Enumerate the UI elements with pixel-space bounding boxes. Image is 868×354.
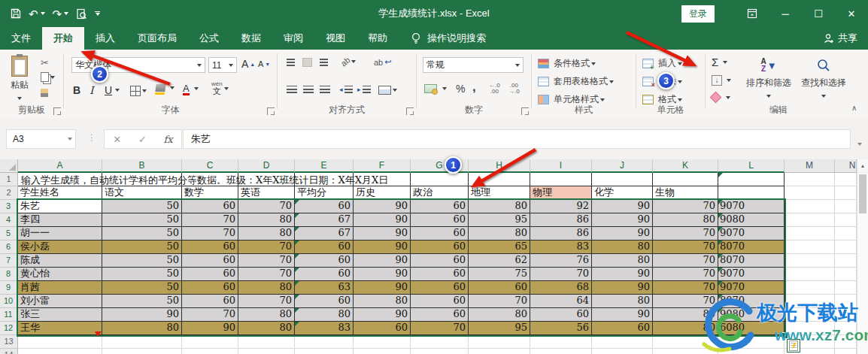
cell-score[interactable]: 60: [182, 281, 238, 295]
cell-score[interactable]: 90: [354, 254, 411, 268]
orientation-icon[interactable]: ab: [341, 57, 356, 66]
cell-score[interactable]: 60: [182, 241, 238, 254]
header-cell[interactable]: [785, 186, 835, 200]
align-left-icon[interactable]: [287, 86, 297, 93]
cell[interactable]: [835, 295, 857, 308]
cell[interactable]: [295, 335, 354, 349]
cell[interactable]: [785, 173, 835, 186]
tab-1[interactable]: 开始: [42, 27, 84, 50]
cell[interactable]: [835, 200, 857, 213]
tab-3[interactable]: 页面布局: [126, 27, 188, 50]
cell[interactable]: [835, 173, 857, 186]
cell[interactable]: [785, 200, 835, 213]
cell-score[interactable]: 67: [295, 227, 354, 241]
row-header-12[interactable]: 12: [0, 322, 18, 335]
decrease-indent-icon[interactable]: ◂: [339, 86, 353, 93]
collapse-ribbon-icon[interactable]: ∧: [851, 104, 857, 112]
cell-score[interactable]: 50: [102, 227, 182, 241]
font-dialog-launcher-icon[interactable]: [267, 107, 275, 115]
header-cell[interactable]: 历史: [354, 186, 411, 200]
comma-style-icon[interactable]: ,: [472, 80, 476, 95]
cell-score[interactable]: 80: [653, 213, 718, 227]
insert-function-icon[interactable]: fx: [163, 134, 172, 145]
row-header-14[interactable]: 14: [0, 349, 18, 354]
header-cell[interactable]: 学生姓名: [18, 186, 102, 200]
cell-name[interactable]: 王华: [18, 322, 102, 335]
cell[interactable]: [785, 227, 835, 241]
scrollbar-thumb[interactable]: [859, 174, 866, 213]
tab-4[interactable]: 公式: [188, 27, 230, 50]
alignment-dialog-launcher-icon[interactable]: [406, 107, 414, 115]
cell-score[interactable]: 90: [354, 268, 411, 281]
cell-code[interactable]: 9070: [718, 268, 785, 281]
cell[interactable]: [18, 349, 102, 354]
cell-score[interactable]: 86: [530, 213, 592, 227]
column-header-C[interactable]: C: [182, 159, 238, 173]
cell-score[interactable]: 83: [295, 322, 354, 335]
name-box[interactable]: A3: [6, 129, 76, 149]
cell[interactable]: [785, 241, 835, 254]
cell[interactable]: [469, 349, 530, 354]
tab-8[interactable]: 帮助: [357, 27, 399, 50]
row-header-10[interactable]: 10: [0, 295, 18, 308]
cell-score[interactable]: 60: [411, 295, 469, 308]
cell[interactable]: [835, 227, 857, 241]
increase-indent-icon[interactable]: ▸: [357, 86, 371, 93]
cell[interactable]: [238, 335, 295, 349]
column-header-N[interactable]: N: [835, 159, 857, 173]
cell-name[interactable]: 刘小雷: [18, 295, 102, 308]
cell-score[interactable]: 76: [530, 254, 592, 268]
cell-score[interactable]: 95: [469, 213, 530, 227]
cell[interactable]: [102, 335, 182, 349]
cell[interactable]: [785, 295, 835, 308]
cell-score[interactable]: 67: [295, 213, 354, 227]
cell-score[interactable]: 95: [469, 322, 530, 335]
conditional-formatting-button[interactable]: 条件格式: [538, 57, 596, 70]
cell-score[interactable]: 75: [469, 268, 530, 281]
cell-score[interactable]: 90: [592, 200, 653, 213]
column-header-J[interactable]: J: [592, 159, 653, 173]
cell[interactable]: [835, 281, 857, 295]
cell-score[interactable]: 50: [102, 254, 182, 268]
cell-score[interactable]: 60: [295, 268, 354, 281]
header-cell[interactable]: 英语: [238, 186, 295, 200]
cell-score[interactable]: 70: [653, 281, 718, 295]
column-header-L[interactable]: L: [718, 159, 785, 173]
header-cell[interactable]: 物理: [530, 186, 592, 200]
cell-score[interactable]: 60: [411, 200, 469, 213]
cell-score[interactable]: 80: [102, 322, 182, 335]
cell-score[interactable]: 83: [530, 241, 592, 254]
cell[interactable]: [469, 173, 530, 186]
cell[interactable]: [785, 268, 835, 281]
row-header-8[interactable]: 8: [0, 268, 18, 281]
cell-score[interactable]: 70: [653, 254, 718, 268]
tab-5[interactable]: 数据: [230, 27, 272, 50]
cell[interactable]: [182, 349, 238, 354]
header-cell[interactable]: 政治: [411, 186, 469, 200]
cell[interactable]: [785, 308, 835, 322]
login-button[interactable]: 登录: [681, 5, 715, 23]
cell[interactable]: [785, 322, 835, 335]
header-cell[interactable]: 语文: [102, 186, 182, 200]
cell[interactable]: [592, 349, 653, 354]
cell-name[interactable]: 黄心怡: [18, 268, 102, 281]
tab-7[interactable]: 视图: [314, 27, 357, 50]
cell[interactable]: [835, 241, 857, 254]
cell-score[interactable]: 50: [102, 295, 182, 308]
row-header-2[interactable]: 2: [0, 186, 18, 200]
redo-icon[interactable]: ↷: [53, 8, 69, 20]
cell[interactable]: [835, 268, 857, 281]
cell-score[interactable]: 80: [469, 200, 530, 213]
close-icon[interactable]: ✕: [835, 0, 868, 27]
cell-score[interactable]: 50: [102, 241, 182, 254]
minimize-icon[interactable]: ─: [769, 0, 802, 27]
underline-dropdown-icon[interactable]: [115, 89, 120, 92]
cell-score[interactable]: 60: [592, 322, 653, 335]
grow-font-icon[interactable]: A▲: [241, 58, 255, 70]
cell-score[interactable]: 90: [592, 308, 653, 322]
cell-score[interactable]: 80: [238, 213, 295, 227]
cell-name[interactable]: 朱艺: [18, 200, 102, 213]
cell[interactable]: [354, 335, 411, 349]
cell[interactable]: [785, 213, 835, 227]
cell-score[interactable]: 50: [102, 213, 182, 227]
